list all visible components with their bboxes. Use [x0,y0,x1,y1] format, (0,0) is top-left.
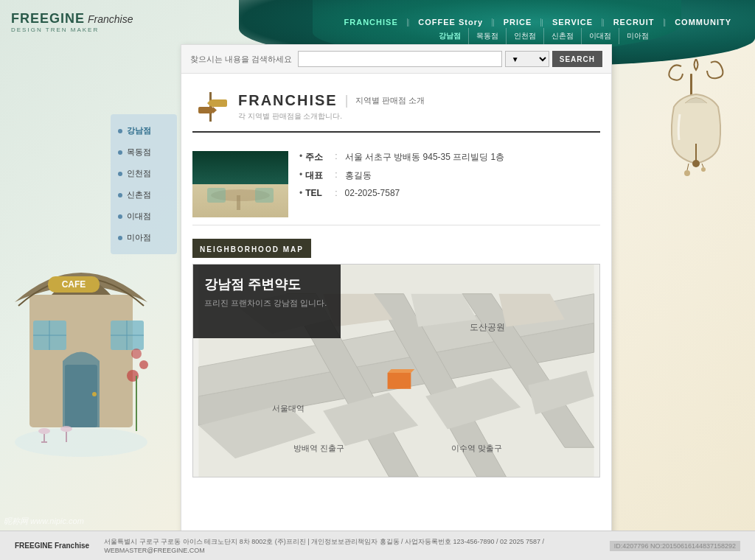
svg-rect-35 [207,188,226,203]
nav-item-recruit[interactable]: RECRUIT [605,18,664,27]
chairs-svg [196,177,285,214]
franchise-title: FRANCHISE [238,92,338,109]
svg-rect-51 [388,373,411,389]
sidebar-dot [118,150,122,155]
franchise-header: FRANCHISE | 지역별 판매점 소개 각 지역별 판매점을 소개합니다. [192,83,600,133]
map-title-desc: 프리진 프랜차이즈 강남점 입니다. [204,298,330,309]
subnav-idae[interactable]: 이대점 [582,28,619,44]
svg-point-12 [38,428,50,434]
nav-item-franchise[interactable]: FRANCHISE [335,18,408,27]
search-input[interactable] [298,51,502,67]
franchise-separator: | [345,93,349,108]
footer-logo: FREEGINE Franchise [15,542,89,550]
map-title-overlay: 강남점 주변약도 프리진 프랜차이즈 강남점 입니다. [193,265,341,338]
svg-marker-32 [213,107,217,113]
svg-point-15 [60,426,72,432]
svg-point-18 [139,360,148,369]
svg-marker-52 [388,369,415,373]
sidebar-item-mokdong[interactable]: 목동점 [111,141,177,163]
sidebar-item-mia[interactable]: 미아점 [111,227,177,248]
svg-marker-30 [207,99,211,107]
search-select[interactable]: ▼ [505,51,549,67]
content-area: FRANCHISE | 지역별 판매점 소개 각 지역별 판매점을 소개합니다. [181,74,611,486]
footer-id: ID:4207796 NO:20150616144837158292 [610,541,740,551]
sidebar-dot [118,236,122,240]
svg-text:이수역 맞출구: 이수역 맞출구 [451,444,502,452]
svg-point-0 [15,427,147,457]
svg-rect-36 [255,188,274,203]
info-manager: • 대표 : 홍길동 [299,169,600,182]
info-section: • 주소 : 서울 서초구 방배동 945-35 프리빌딩 1층 • 대표 : … [192,144,600,225]
sidebar-item-gangnam[interactable]: 강남점 [111,120,177,141]
map-header: NEIGHBORHOOD MAP [192,239,311,258]
sidebar: 강남점 목동점 인천점 신촌점 이대점 미아점 [111,114,177,254]
map-header-text: NEIGHBORHOOD MAP [200,245,304,253]
svg-rect-2 [65,365,97,427]
footer-text: 서울특별시 구로구 구로동 아이스 테크노단지 8차 8002호 (주)프리진 … [104,537,595,554]
sidebar-dot [118,193,122,197]
main-content: 찾으시는 내용을 검색하세요 ▼ SEARCH FRANCHISE [181,44,612,553]
subnav-incheon[interactable]: 인천점 [507,28,544,44]
franchise-subtitle: 지역별 판매점 소개 [355,95,425,106]
sidebar-item-incheon[interactable]: 인천점 [111,163,177,184]
svg-point-23 [692,160,700,167]
svg-line-25 [687,164,689,170]
bell-svg [659,59,733,206]
main-nav: FRANCHISE | COFFEE Story | PRICE | SERVI… [147,18,755,27]
svg-point-26 [701,167,706,172]
sidebar-dot [118,214,122,219]
nav-item-service[interactable]: SERVICE [543,18,602,27]
sub-navigation: 강남점 목동점 인천점 신촌점 이대점 미아점 [0,28,755,44]
bell-decoration [659,59,733,206]
sidebar-item-idae[interactable]: 이대점 [111,206,177,227]
search-button[interactable]: SEARCH [552,51,602,67]
watermark: 昵称网 www.nipic.com [4,516,84,527]
subnav-mokdong[interactable]: 목동점 [469,28,507,44]
franchise-title-block: FRANCHISE | 지역별 판매점 소개 각 지역별 판매점을 소개합니다. [238,92,425,122]
cafe-photo [192,151,288,217]
sidebar-dot [118,172,122,176]
sidebar-dot [118,129,122,133]
footer: FREEGINE Franchise 서울특별시 구로구 구로동 아이스 테크노… [0,531,755,560]
svg-text:CAFE: CAFE [62,279,86,290]
subnav-gangnam[interactable]: 강남점 [431,28,469,44]
franchise-desc: 각 지역별 판매점을 소개합니다. [238,111,425,122]
search-label: 찾으시는 내용을 검색하세요 [190,54,292,65]
sidebar-item-sinchon[interactable]: 신촌점 [111,184,177,206]
info-address: • 주소 : 서울 서초구 방배동 945-35 프리빌딩 1층 [299,151,600,164]
nav-item-community[interactable]: COMMUNITY [666,18,740,27]
logo-franchise: Franchise [88,13,133,25]
svg-rect-29 [211,99,227,107]
info-tel: • TEL : 02-2025-7587 [299,188,600,198]
subnav-mia[interactable]: 미아점 [619,28,656,44]
map-title-kr: 강남점 주변약도 [204,276,330,293]
logo-main: FREEGINE [11,11,85,27]
search-bar: 찾으시는 내용을 검색하세요 ▼ SEARCH [181,45,611,74]
svg-rect-34 [237,195,240,210]
svg-point-19 [131,349,142,359]
map-section: NEIGHBORHOOD MAP 강남점 주변약도 프리진 프랜차이즈 강남점 … [192,239,600,477]
svg-point-24 [684,170,690,176]
subnav-sinchon[interactable]: 신촌점 [544,28,582,44]
info-list: • 주소 : 서울 서초구 방배동 945-35 프리빌딩 1층 • 대표 : … [299,151,600,217]
search-input-wrapper: ▼ SEARCH [298,51,602,67]
svg-point-3 [92,392,97,396]
svg-line-27 [702,164,703,167]
svg-rect-31 [198,107,213,113]
nav-item-price[interactable]: PRICE [495,18,542,27]
map-container: 강남점 주변약도 프리진 프랜차이즈 강남점 입니다. [192,264,600,477]
svg-text:도산공원: 도산공원 [470,322,505,332]
nav-item-coffee-story[interactable]: COFFEE Story [409,18,493,27]
svg-text:서울대역: 서울대역 [272,404,305,413]
franchise-icon [192,88,229,125]
svg-text:방배역 진출구: 방배역 진출구 [293,444,344,452]
